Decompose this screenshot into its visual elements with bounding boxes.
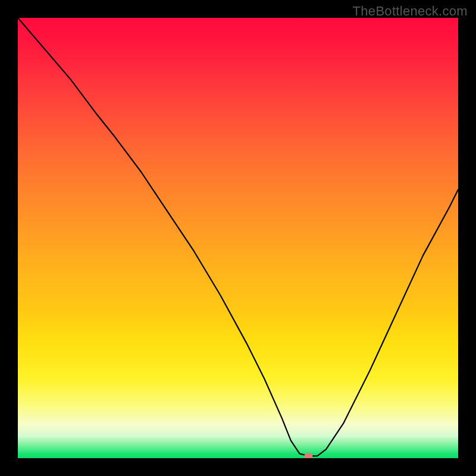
- chart-svg: [18, 18, 458, 458]
- chart-frame: TheBottleneck.com: [0, 0, 476, 476]
- optimal-marker: [304, 453, 312, 458]
- bottleneck-curve: [18, 18, 458, 456]
- plot-area: [18, 18, 458, 458]
- watermark-text: TheBottleneck.com: [353, 4, 468, 19]
